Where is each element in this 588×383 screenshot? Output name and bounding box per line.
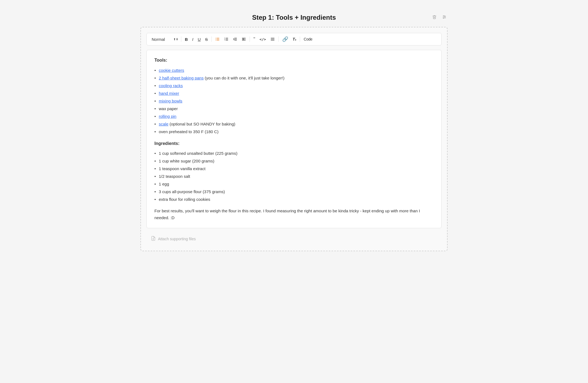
content-editor[interactable]: Tools: cookie cutters 2 half-sheet bakin… <box>146 50 442 228</box>
list-item: cookie cutters <box>154 67 434 74</box>
strikethrough-button[interactable]: S <box>203 36 210 43</box>
toolbar-divider-2 <box>211 36 212 42</box>
align-icon <box>270 37 275 41</box>
sliders-icon <box>442 15 446 19</box>
indent-button[interactable] <box>240 36 248 43</box>
list-item: hand mixer <box>154 90 434 97</box>
list-item: rolling pin <box>154 113 434 120</box>
baking-pans-link[interactable]: 2 half-sheet baking pans <box>159 76 203 80</box>
svg-text:3.: 3. <box>224 39 225 41</box>
tools-list: cookie cutters 2 half-sheet baking pans … <box>154 67 434 136</box>
svg-point-10 <box>216 39 216 39</box>
attach-icon <box>151 236 156 242</box>
align-button[interactable] <box>268 36 277 43</box>
wax-paper-text: wax paper <box>159 106 178 111</box>
delete-button[interactable] <box>431 14 438 20</box>
bold-button[interactable]: B <box>183 36 190 43</box>
tools-heading: Tools: <box>154 57 434 64</box>
toolbar-divider-5 <box>300 36 300 42</box>
bullet-list-button[interactable] <box>213 36 222 43</box>
cooling-racks-link[interactable]: cooling racks <box>159 83 183 88</box>
select-arrow-icon: ⬆⬇ <box>173 38 178 41</box>
clear-format-button[interactable]: Tx <box>291 36 298 42</box>
list-item: oven preheated to 350 F (180 C) <box>154 128 434 136</box>
trash-icon <box>432 15 437 19</box>
inline-code-button[interactable]: </> <box>258 36 268 42</box>
page-container: Step 1: Tools + Ingredients <box>140 5 448 251</box>
toolbar-divider-3 <box>250 36 250 42</box>
list-item: wax paper <box>154 105 434 113</box>
list-item: 1 egg <box>154 180 434 188</box>
header-actions <box>431 14 448 20</box>
svg-point-9 <box>216 38 216 38</box>
svg-point-3 <box>443 16 444 16</box>
list-item: 3 cups all-purpose flour (375 grams) <box>154 188 434 196</box>
list-item: 1 cup softened unsalted butter (225 gram… <box>154 150 434 157</box>
format-select[interactable]: Normal Heading 1 Heading 2 Heading 3 <box>151 36 173 43</box>
hand-mixer-link[interactable]: hand mixer <box>159 91 179 96</box>
format-select-wrapper: Normal Heading 1 Heading 2 Heading 3 ⬆⬇ <box>151 36 178 43</box>
italic-button[interactable]: I <box>190 36 195 43</box>
editor-outer: Normal Heading 1 Heading 2 Heading 3 ⬆⬇ … <box>140 27 448 251</box>
page-title: Step 1: Tools + Ingredients <box>140 14 448 21</box>
bullet-list-icon <box>215 37 220 41</box>
link-button[interactable]: 🔗 <box>280 35 290 43</box>
ingredients-heading: Ingredients: <box>154 140 434 147</box>
blockquote-button[interactable]: " <box>251 35 257 43</box>
outdent-button[interactable] <box>231 36 239 43</box>
list-item: scale (optional but SO HANDY for baking) <box>154 120 434 128</box>
attach-area[interactable]: Attach supporting files <box>146 233 442 245</box>
list-item: 1 teaspoon vanilla extract <box>154 165 434 173</box>
list-item: extra flour for rolling cookies <box>154 196 434 203</box>
underline-button[interactable]: U <box>196 36 203 43</box>
page-header: Step 1: Tools + Ingredients <box>140 5 448 27</box>
code-block-button[interactable]: Code <box>302 36 314 42</box>
list-item: mixing bowls <box>154 97 434 105</box>
toolbar-divider-1 <box>181 36 181 42</box>
ordered-list-button[interactable]: 1. 2. 3. <box>222 36 230 43</box>
list-item: 2 half-sheet baking pans (you can do it … <box>154 74 434 82</box>
rolling-pin-link[interactable]: rolling pin <box>159 114 176 119</box>
indent-icon <box>242 37 246 41</box>
svg-point-4 <box>445 17 445 18</box>
scale-link[interactable]: scale <box>159 122 168 126</box>
cookie-cutters-link[interactable]: cookie cutters <box>159 68 184 73</box>
ingredients-list: 1 cup softened unsalted butter (225 gram… <box>154 150 434 203</box>
list-item: 1/2 teaspoon salt <box>154 173 434 180</box>
note-text: For best results, you'll want to weigh t… <box>154 208 434 221</box>
settings-button[interactable] <box>441 14 448 20</box>
attach-label: Attach supporting files <box>158 237 196 241</box>
list-item: cooling racks <box>154 82 434 90</box>
outdent-icon <box>233 37 237 41</box>
list-item: 1 cup white sugar (200 grams) <box>154 157 434 165</box>
toolbar: Normal Heading 1 Heading 2 Heading 3 ⬆⬇ … <box>146 33 442 45</box>
oven-text: oven preheated to 350 F (180 C) <box>159 129 219 134</box>
ordered-list-icon: 1. 2. 3. <box>224 37 228 41</box>
toolbar-divider-4 <box>278 36 279 42</box>
mixing-bowls-link[interactable]: mixing bowls <box>159 99 182 103</box>
svg-point-5 <box>443 18 444 19</box>
svg-point-11 <box>216 40 216 41</box>
